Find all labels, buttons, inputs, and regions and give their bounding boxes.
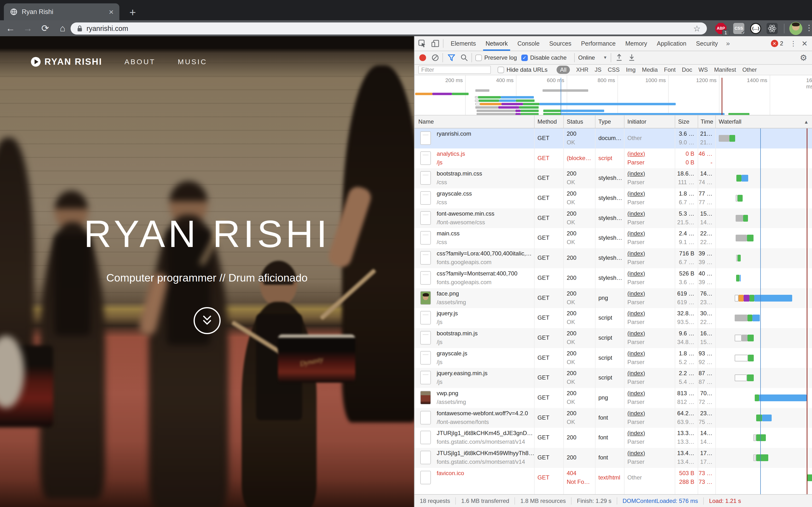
more-tabs-icon[interactable]: » — [723, 40, 733, 47]
new-tab-button[interactable]: + — [126, 5, 140, 19]
error-badge-icon[interactable]: ✕ — [771, 40, 778, 47]
inspect-element-icon[interactable] — [417, 38, 427, 49]
request-name: face.png — [437, 290, 459, 297]
disable-cache-label[interactable]: Disable cache — [530, 54, 567, 61]
column-header-name[interactable]: Name — [418, 118, 434, 125]
site-logo[interactable]: RYAN RISHI — [45, 57, 102, 67]
table-row[interactable]: grayscale.css/cssGET200OKstylesh…(index)… — [414, 188, 812, 208]
column-header-initiator[interactable]: Initiator — [627, 118, 647, 125]
react-devtools-extension-icon[interactable] — [767, 23, 778, 34]
browser-tab[interactable]: Ryan Rishi × — [4, 3, 119, 20]
filter-type-img[interactable]: Img — [626, 66, 636, 73]
browser-menu-icon[interactable]: ⋮ — [805, 23, 812, 32]
preserve-log-checkbox[interactable] — [475, 55, 482, 61]
devtools-tab-console[interactable]: Console — [513, 36, 545, 51]
table-row[interactable]: JTURjIg1_i6t8kCHKm45_dJE3gnD…fonts.gstat… — [414, 428, 812, 448]
devtools-tab-network[interactable]: Network — [481, 36, 513, 51]
table-row[interactable]: vwp.png/assets/imgGET200OKpng(index)Pars… — [414, 388, 812, 408]
filter-type-media[interactable]: Media — [642, 66, 658, 73]
nav-link-about[interactable]: ABOUT — [124, 58, 155, 66]
bookmark-star-icon[interactable]: ☆ — [693, 24, 701, 33]
devtools-tab-performance[interactable]: Performance — [576, 36, 620, 51]
play-logo-icon[interactable] — [31, 57, 41, 67]
filter-type-manifest[interactable]: Manifest — [714, 66, 736, 73]
table-row[interactable]: bootstrap.min.js/jsGET200OKscript(index)… — [414, 328, 812, 348]
hide-data-urls-label[interactable]: Hide data URLs — [507, 66, 547, 73]
adblock-badge: 1 — [722, 30, 729, 36]
filter-type-js[interactable]: JS — [595, 66, 602, 73]
column-header-type[interactable]: Type — [598, 118, 611, 125]
search-icon[interactable] — [460, 54, 468, 62]
sort-arrow-icon[interactable]: ▲ — [804, 119, 809, 125]
table-row[interactable]: jquery.js/jsGET200OKscript(index)Parser3… — [414, 308, 812, 328]
table-row[interactable]: fontawesome-webfont.woff?v=4.2.0/font-aw… — [414, 408, 812, 428]
disable-cache-checkbox[interactable]: ✓ — [521, 55, 528, 61]
column-header-time[interactable]: Time — [701, 118, 713, 125]
table-row[interactable]: JTUSjIg1_i6t8kCHKm459WlhyyTh8…fonts.gsta… — [414, 448, 812, 468]
settings-gear-icon[interactable]: ⚙ — [800, 53, 807, 62]
waterfall-bar-segment — [738, 195, 743, 202]
request-method: GET — [538, 155, 549, 162]
filter-type-all[interactable]: All — [557, 66, 570, 74]
json-viewer-extension-icon[interactable]: {…} — [750, 23, 761, 34]
devtools-menu-icon[interactable]: ⋮ — [787, 40, 800, 48]
nav-link-music[interactable]: MUSIC — [177, 58, 207, 66]
double-chevron-down-icon — [201, 315, 213, 326]
table-row[interactable]: font-awesome.min.css/font-awesome/cssGET… — [414, 208, 812, 228]
profile-avatar[interactable] — [789, 22, 802, 35]
devtools-tab-memory[interactable]: Memory — [620, 36, 652, 51]
devtools-tab-sources[interactable]: Sources — [545, 36, 576, 51]
hide-data-urls-checkbox[interactable] — [498, 67, 504, 73]
table-row[interactable]: favicon.icoGET404Not Fo…text/htmlOther50… — [414, 468, 812, 488]
waterfall-bar-segment — [735, 195, 738, 202]
request-size: 503 B — [679, 470, 694, 476]
record-button[interactable] — [419, 54, 426, 61]
request-size-content: 619 … — [677, 299, 694, 306]
filter-type-font[interactable]: Font — [664, 66, 676, 73]
export-har-icon[interactable] — [628, 54, 636, 62]
filter-funnel-icon[interactable] — [448, 54, 455, 61]
column-header-method[interactable]: Method — [538, 118, 557, 125]
address-bar[interactable]: ryanrishi.com ☆ — [70, 22, 707, 35]
table-row[interactable]: css?family=Lora:400,700,400italic,…fonts… — [414, 248, 812, 268]
column-header-status[interactable]: Status — [567, 118, 583, 125]
column-header-waterfall[interactable]: Waterfall — [719, 118, 742, 125]
import-har-icon[interactable] — [615, 54, 623, 62]
device-toolbar-icon[interactable] — [430, 38, 441, 49]
tab-close-icon[interactable]: × — [109, 7, 114, 17]
table-row[interactable]: grayscale.js/jsGET200OKscript(index)Pars… — [414, 348, 812, 368]
filter-type-other[interactable]: Other — [743, 66, 757, 73]
reload-icon[interactable]: ⟳ — [38, 21, 52, 35]
table-row[interactable]: face.png/assets/imgGET200OKpng(index)Par… — [414, 288, 812, 308]
table-row[interactable]: jquery.easing.min.js/jsGET200OKscript(in… — [414, 368, 812, 388]
table-row[interactable]: main.css/cssGET200OKstylesh…(index)Parse… — [414, 228, 812, 248]
table-row[interactable]: css?family=Montserrat:400,700fonts.googl… — [414, 268, 812, 288]
throttling-dropdown[interactable]: Online ▼ — [578, 54, 607, 61]
table-row[interactable]: ryanrishi.comGET200OKdocum…Other3.6 …9.0… — [414, 128, 812, 149]
url-text[interactable]: ryanrishi.com — [87, 24, 693, 33]
devtools-close-icon[interactable]: ✕ — [800, 39, 812, 48]
home-icon[interactable]: ⌂ — [56, 21, 69, 35]
table-row[interactable]: analytics.js/jsGET(blocke…script(index)P… — [414, 149, 812, 169]
filter-input[interactable] — [418, 66, 491, 74]
devtools-tab-security[interactable]: Security — [691, 36, 723, 51]
filter-type-doc[interactable]: Doc — [682, 66, 692, 73]
scroll-down-button[interactable] — [194, 307, 221, 334]
load-line — [722, 78, 722, 115]
devtools-tab-elements[interactable]: Elements — [446, 36, 481, 51]
filter-type-xhr[interactable]: XHR — [576, 66, 589, 73]
request-initiator-detail: Parser — [627, 279, 645, 286]
back-icon[interactable]: ← — [3, 21, 17, 35]
waterfall-bar-segment — [735, 335, 742, 341]
network-overview-timeline[interactable]: 200 ms400 ms600 ms800 ms1000 ms1200 ms14… — [414, 75, 812, 115]
devtools-tab-application[interactable]: Application — [652, 36, 691, 51]
css-extension-icon[interactable]: CSS — [733, 23, 744, 34]
filter-type-css[interactable]: CSS — [608, 66, 620, 73]
request-size: 5.3 … — [679, 210, 694, 217]
clear-icon[interactable] — [432, 54, 439, 62]
preserve-log-label[interactable]: Preserve log — [484, 54, 517, 61]
request-size: 1.8 … — [679, 350, 694, 357]
table-row[interactable]: bootstrap.min.css/cssGET200OKstylesh…(in… — [414, 168, 812, 188]
column-header-size[interactable]: Size — [678, 118, 690, 125]
filter-type-ws[interactable]: WS — [698, 66, 708, 73]
